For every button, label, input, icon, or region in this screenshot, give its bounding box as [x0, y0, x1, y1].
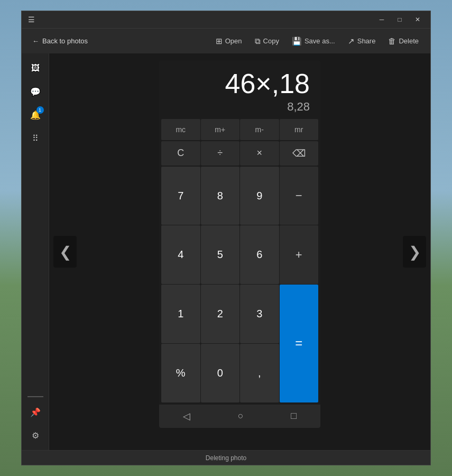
- delete-button[interactable]: 🗑 Delete: [383, 34, 424, 48]
- main-window: ☰ ─ □ ✕ ← Back to photos ⊞ Open ⧉ Copy 💾…: [21, 11, 431, 465]
- calc-2-button[interactable]: 2: [201, 285, 240, 343]
- minimize-button[interactable]: ─: [373, 11, 390, 28]
- back-arrow-icon: ←: [32, 37, 39, 45]
- copy-button[interactable]: ⧉ Copy: [250, 34, 284, 48]
- title-bar-left: ☰: [26, 14, 37, 25]
- calc-ops-row: C ÷ × ⌫: [159, 141, 320, 167]
- calc-plus-button[interactable]: +: [280, 225, 319, 284]
- calc-divide-button[interactable]: ÷: [201, 141, 240, 166]
- calc-main-number: 46×,18: [170, 69, 310, 99]
- prev-arrow-icon: ❮: [59, 243, 71, 261]
- save-icon: 💾: [292, 36, 302, 46]
- share-label: Share: [357, 37, 376, 45]
- calc-minus-button[interactable]: −: [280, 167, 319, 225]
- calc-3-button[interactable]: 3: [240, 285, 279, 343]
- sidebar-item-settings[interactable]: ⚙: [25, 425, 46, 446]
- sidebar-item-chat[interactable]: 💬: [25, 81, 46, 102]
- sidebar: 🖼 💬 🔔 1 ⠿ 📌 ⚙: [22, 53, 49, 450]
- status-bar: Deleting photo: [22, 450, 430, 465]
- calc-9-button[interactable]: 9: [240, 167, 279, 225]
- sidebar-item-pin[interactable]: 📌: [25, 401, 46, 423]
- calc-5-button[interactable]: 5: [201, 225, 240, 284]
- calc-mr-button[interactable]: mr: [280, 119, 319, 140]
- calc-numpad: 7 8 9 − 4 5 6 + 1 2 3 = % 0: [159, 167, 320, 405]
- title-bar-controls: ─ □ ✕: [373, 11, 426, 28]
- calc-backspace-button[interactable]: ⌫: [280, 141, 319, 166]
- calc-multiply-button[interactable]: ×: [240, 141, 279, 166]
- delete-label: Delete: [399, 37, 419, 45]
- sidebar-item-apps[interactable]: ⠿: [25, 127, 46, 149]
- photos-icon: 🖼: [31, 63, 40, 73]
- hamburger-icon[interactable]: ☰: [26, 14, 37, 25]
- calc-mc-button[interactable]: mc: [161, 119, 200, 140]
- calc-mplus-button[interactable]: m+: [201, 119, 240, 140]
- settings-icon: ⚙: [32, 431, 39, 441]
- open-icon: ⊞: [216, 36, 223, 46]
- calc-memory-row: mc m+ m- mr: [159, 119, 320, 140]
- title-bar: ☰ ─ □ ✕: [22, 11, 430, 28]
- photo-area: 46×,18 8,28 mc m+ m- mr C ÷ × ⌫: [49, 53, 430, 450]
- calc-equals-button[interactable]: =: [280, 285, 319, 402]
- share-icon: ↗: [348, 36, 355, 46]
- sidebar-item-photos[interactable]: 🖼: [25, 58, 46, 79]
- calc-display: 46×,18 8,28: [159, 60, 320, 119]
- notification-badge: 1: [36, 106, 44, 114]
- calc-1-button[interactable]: 1: [161, 285, 200, 343]
- sidebar-item-notifications[interactable]: 🔔 1: [25, 104, 46, 125]
- share-button[interactable]: ↗ Share: [343, 34, 381, 48]
- calc-clear-button[interactable]: C: [161, 141, 200, 166]
- save-as-label: Save as...: [305, 37, 335, 45]
- calc-sub-number: 8,28: [170, 100, 310, 114]
- calc-4-button[interactable]: 4: [161, 225, 200, 284]
- toolbar: ← Back to photos ⊞ Open ⧉ Copy 💾 Save as…: [22, 28, 430, 53]
- calc-mminus-button[interactable]: m-: [240, 119, 279, 140]
- delete-icon: 🗑: [388, 36, 396, 45]
- copy-label: Copy: [263, 37, 279, 45]
- calc-recents-nav-button[interactable]: □: [282, 406, 305, 426]
- calc-percent-button[interactable]: %: [161, 344, 200, 402]
- calculator-image: 46×,18 8,28 mc m+ m- mr C ÷ × ⌫: [159, 60, 320, 428]
- calc-home-nav-button[interactable]: ○: [229, 406, 252, 426]
- calc-7-button[interactable]: 7: [161, 167, 200, 225]
- apps-icon: ⠿: [32, 133, 39, 143]
- sidebar-divider: [27, 396, 43, 397]
- chat-icon: 💬: [30, 87, 41, 97]
- calc-navbar: ◁ ○ □: [159, 405, 320, 428]
- back-to-photos-button[interactable]: ← Back to photos: [28, 35, 92, 47]
- pin-icon: 📌: [30, 407, 41, 417]
- status-text: Deleting photo: [206, 454, 246, 462]
- next-arrow-icon: ❯: [409, 243, 421, 261]
- prev-photo-button[interactable]: ❮: [53, 236, 77, 268]
- sidebar-bottom: 📌 ⚙: [25, 396, 46, 446]
- close-button[interactable]: ✕: [409, 11, 426, 28]
- calc-back-nav-button[interactable]: ◁: [174, 406, 199, 426]
- next-photo-button[interactable]: ❯: [403, 236, 426, 268]
- content-area: 🖼 💬 🔔 1 ⠿ 📌 ⚙: [22, 53, 430, 450]
- maximize-button[interactable]: □: [391, 11, 408, 28]
- calc-6-button[interactable]: 6: [240, 225, 279, 284]
- save-as-button[interactable]: 💾 Save as...: [287, 34, 340, 48]
- back-label: Back to photos: [42, 37, 88, 45]
- open-label: Open: [225, 37, 242, 45]
- calc-decimal-button[interactable]: ,: [240, 344, 279, 402]
- calc-0-button[interactable]: 0: [201, 344, 240, 402]
- copy-icon: ⧉: [255, 36, 261, 46]
- calc-8-button[interactable]: 8: [201, 167, 240, 225]
- open-button[interactable]: ⊞ Open: [210, 34, 247, 48]
